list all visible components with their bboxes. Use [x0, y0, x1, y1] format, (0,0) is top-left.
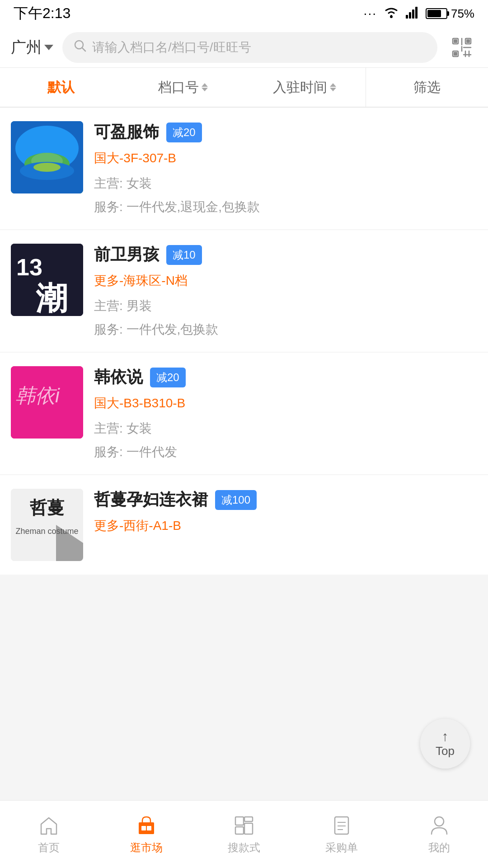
scan-button[interactable]	[446, 32, 477, 63]
search-style-icon	[233, 814, 255, 837]
search-bar[interactable]: 请输入档口名/档口号/旺旺号	[62, 32, 437, 63]
nav-mine[interactable]: 我的	[390, 801, 488, 868]
sort-time[interactable]: 入驻时间	[244, 68, 366, 107]
vendor-name: 前卫男孩	[94, 244, 159, 266]
svg-point-23	[20, 162, 74, 180]
home-icon	[38, 814, 60, 837]
svg-text:哲蔓: 哲蔓	[29, 498, 65, 517]
search-icon	[73, 39, 87, 56]
svg-text:潮: 潮	[36, 281, 67, 316]
battery-indicator: 75%	[426, 7, 474, 21]
svg-point-44	[435, 817, 444, 826]
vendor-card[interactable]: 哲蔓 Zheman costume 哲蔓孕妇连衣裙 减100 更多-西街-A1-…	[0, 475, 488, 575]
vendor-service: 服务: 一件代发	[94, 443, 477, 461]
vendor-info: 韩依说 减20 国大-B3-B310-B 主营: 女装 服务: 一件代发	[94, 366, 477, 461]
svg-rect-33	[139, 822, 154, 834]
sort-booth[interactable]: 档口号	[122, 68, 244, 107]
nav-market[interactable]: 逛市场	[98, 801, 195, 868]
wifi-icon	[383, 6, 399, 22]
discount-badge: 减10	[166, 245, 202, 265]
svg-rect-38	[244, 817, 253, 821]
vendor-main-product: 主营: 男装	[94, 297, 477, 315]
discount-badge: 减20	[150, 368, 186, 387]
svg-rect-3	[412, 9, 414, 19]
nav-home[interactable]: 首页	[0, 801, 98, 868]
vendor-name-row: 可盈服饰 减20	[94, 121, 477, 143]
top-arrow-icon: ↑	[442, 730, 449, 743]
svg-rect-1	[406, 15, 408, 19]
battery-text: 75%	[451, 7, 474, 21]
vendor-service: 服务: 一件代发,包换款	[94, 321, 477, 338]
location-selector[interactable]: 广州	[11, 37, 53, 58]
sort-bar: 默认 档口号 入驻时间 筛选	[0, 68, 488, 108]
svg-rect-2	[409, 12, 411, 19]
vendor-card[interactable]: 13 潮 前卫男孩 减10 更多-海珠区-N档 主营: 男装 服务: 一件代发,…	[0, 230, 488, 352]
bottom-nav: 首页 逛市场 搜款式 采购单 我的	[0, 800, 488, 868]
sort-time-label: 入驻时间	[273, 78, 327, 97]
vendor-name: 韩依说	[94, 366, 143, 388]
svg-rect-39	[244, 823, 253, 834]
vendor-location: 更多-西街-A1-B	[94, 517, 477, 534]
vendor-card[interactable]: 可盈服饰 减20 国大-3F-307-B 主营: 女装 服务: 一件代发,退现金…	[0, 108, 488, 229]
signal-dots-icon: ···	[364, 6, 377, 21]
discount-badge: 减20	[166, 123, 202, 142]
svg-rect-36	[235, 817, 244, 825]
vendor-service: 服务: 一件代发,退现金,包换款	[94, 198, 477, 216]
vendor-card[interactable]: 韩依i 韩依说 减20 国大-B3-B310-B 主营: 女装 服务: 一件代发	[0, 353, 488, 474]
nav-search-label: 搜款式	[228, 840, 260, 855]
order-icon	[330, 814, 353, 837]
svg-rect-4	[415, 7, 418, 19]
vendor-main-product: 主营: 女装	[94, 420, 477, 437]
header: 广州 请输入档口名/档口号/旺旺号	[0, 27, 488, 68]
vendor-location: 国大-B3-B310-B	[94, 395, 477, 412]
sort-time-arrows	[330, 83, 336, 91]
nav-home-label: 首页	[38, 840, 60, 855]
sort-filter-label: 筛选	[413, 78, 441, 97]
mine-icon	[428, 814, 450, 837]
nav-mine-label: 我的	[428, 840, 450, 855]
top-button[interactable]: ↑ Top	[420, 719, 470, 769]
vendor-location: 国大-3F-307-B	[94, 150, 477, 167]
svg-rect-8	[454, 39, 457, 43]
nav-order-label: 采购单	[325, 840, 358, 855]
svg-line-6	[82, 48, 85, 51]
svg-point-0	[390, 15, 393, 18]
status-time: 下午2:13	[14, 4, 70, 24]
vendor-avatar: 哲蔓 Zheman costume	[11, 489, 83, 561]
vendor-list: 可盈服饰 减20 国大-3F-307-B 主营: 女装 服务: 一件代发,退现金…	[0, 108, 488, 575]
top-label: Top	[436, 744, 455, 758]
vendor-location: 更多-海珠区-N档	[94, 272, 477, 289]
svg-rect-10	[466, 39, 470, 43]
vendor-main-product: 主营: 女装	[94, 175, 477, 192]
nav-search[interactable]: 搜款式	[195, 801, 293, 868]
location-text: 广州	[11, 37, 42, 58]
search-input[interactable]: 请输入档口名/档口号/旺旺号	[92, 39, 251, 56]
vendor-info: 可盈服饰 减20 国大-3F-307-B 主营: 女装 服务: 一件代发,退现金…	[94, 121, 477, 216]
nav-order[interactable]: 采购单	[293, 801, 390, 868]
svg-rect-35	[147, 826, 151, 830]
vendor-name: 哲蔓孕妇连衣裙	[94, 489, 208, 511]
svg-point-22	[31, 153, 63, 169]
nav-market-label: 逛市场	[130, 840, 163, 855]
sort-booth-arrows	[202, 83, 208, 91]
vendor-name-row: 前卫男孩 减10	[94, 244, 477, 266]
vendor-name-row: 韩依说 减20	[94, 366, 477, 388]
signal-icon	[406, 6, 419, 21]
sort-booth-label: 档口号	[158, 78, 199, 97]
sort-default[interactable]: 默认	[0, 68, 122, 107]
status-icons: ··· 75%	[364, 6, 474, 22]
svg-text:韩依i: 韩依i	[15, 384, 60, 406]
svg-rect-34	[141, 826, 146, 830]
vendor-avatar: 韩依i	[11, 366, 83, 439]
svg-rect-37	[235, 827, 244, 834]
vendor-name: 可盈服饰	[94, 121, 159, 143]
vendor-info: 哲蔓孕妇连衣裙 减100 更多-西街-A1-B	[94, 489, 477, 542]
vendor-avatar: 13 潮	[11, 244, 83, 316]
svg-rect-12	[454, 52, 457, 56]
market-icon	[135, 814, 158, 837]
sort-filter[interactable]: 筛选	[366, 68, 488, 107]
chevron-down-icon	[44, 45, 53, 50]
vendor-name-row: 哲蔓孕妇连衣裙 减100	[94, 489, 477, 511]
status-bar: 下午2:13 ··· 75%	[0, 0, 488, 27]
sort-default-label: 默认	[47, 78, 75, 97]
